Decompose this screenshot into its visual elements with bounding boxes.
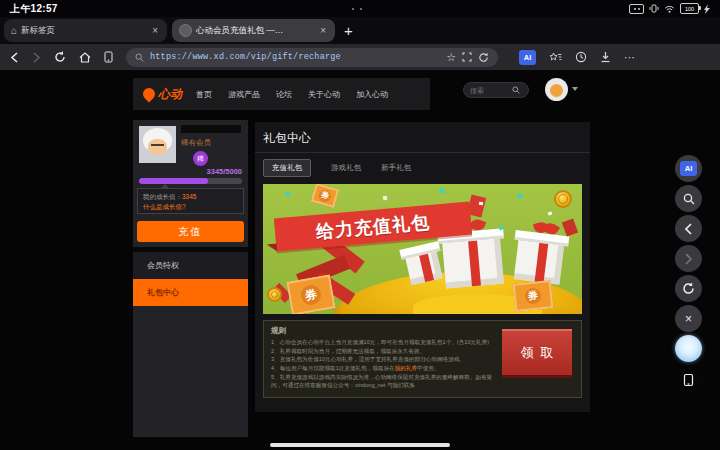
favorites-icon[interactable]	[549, 52, 562, 63]
close-icon[interactable]: ×	[150, 25, 160, 36]
url-text[interactable]: https://www.xd.com/vip/gift/recharge	[150, 52, 440, 62]
close-icon[interactable]: ×	[318, 25, 328, 36]
refresh-float-button[interactable]	[675, 275, 702, 302]
rule-item: 3、充值礼包为价值10元心动礼券，适用于支持礼券充值的部分心动网络游戏。	[271, 355, 499, 364]
close-float-button[interactable]: ×	[675, 305, 702, 332]
chevron-down-icon[interactable]	[572, 87, 578, 91]
nav-item-about[interactable]: 关于心动	[308, 89, 340, 100]
ai-float-button[interactable]: AI	[675, 155, 702, 182]
bookmark-star-icon[interactable]: ☆	[446, 52, 456, 63]
nav-item-join[interactable]: 加入心动	[356, 89, 388, 100]
search-float-button[interactable]	[675, 185, 702, 212]
growth-help-link[interactable]: 什么是成长值?	[143, 202, 238, 212]
coupon-icon: 券	[311, 184, 339, 208]
site-menu: 首页 游戏产品 论坛 关于心动 加入心动	[196, 89, 388, 100]
battery-icon: 100	[680, 3, 699, 14]
tab-strip: ⌂ 新标签页 × 心动会员充值礼包 —… × +	[0, 17, 720, 44]
nav-item-forum[interactable]: 论坛	[276, 89, 292, 100]
more-menu-icon[interactable]: ⋯	[624, 52, 635, 63]
back-float-button[interactable]	[675, 215, 702, 242]
tab-newbie-gifts[interactable]: 新手礼包	[381, 163, 411, 173]
assistant-ball-button[interactable]	[675, 335, 702, 362]
user-avatar[interactable]	[545, 78, 568, 101]
gift-tabs: 充值礼包 游戏礼包 新手礼包	[263, 159, 411, 177]
confetti	[516, 193, 522, 199]
xd-logo[interactable]: 心动	[143, 86, 182, 103]
banner-illustration[interactable]: 券 券 券 给力充值礼包	[263, 184, 582, 314]
rule-item: 5、礼券充值游戏以游戏内实际情况为准，心动网络保留对充值礼券的最终解释权。如有疑…	[271, 373, 499, 390]
search-icon	[135, 53, 144, 62]
nav-item-home[interactable]: 首页	[196, 89, 212, 100]
ai-icon: AI	[680, 161, 697, 176]
gift-box-icon	[514, 239, 565, 284]
rule-item: 4、每位用户每月仅能领取1次充值礼包，领取后在我的礼券中使用。	[271, 364, 499, 373]
site-search-icon[interactable]	[512, 86, 520, 94]
growth-progress-bar	[139, 178, 242, 184]
tab-new-page[interactable]: ⌂ 新标签页 ×	[4, 19, 167, 42]
progress-fill	[139, 178, 208, 184]
tab-title: 心动会员充值礼包 —…	[196, 25, 314, 37]
confetti	[479, 202, 483, 206]
back-icon[interactable]	[10, 52, 19, 63]
gold-coin-icon	[554, 190, 572, 208]
member-level-label: 稀有会员	[181, 138, 211, 148]
url-bar[interactable]: https://www.xd.com/vip/gift/recharge ☆	[126, 48, 498, 67]
webpage-viewport: 心动 首页 游戏产品 论坛 关于心动 加入心动 稀有会员 稀 3345/5000…	[0, 70, 720, 450]
nav-item-products[interactable]: 游戏产品	[228, 89, 260, 100]
tab-game-gifts[interactable]: 游戏礼包	[331, 163, 361, 173]
confetti	[284, 191, 290, 197]
tab-xd-recharge[interactable]: 心动会员充值礼包 —… ×	[172, 19, 335, 42]
claim-button[interactable]: 领取	[502, 329, 572, 375]
reload-icon[interactable]	[54, 51, 66, 63]
xd-logo-icon	[141, 86, 158, 103]
rule-item: 1、心动会员在心动平台上当月充值满10元，即可在当月领取充值礼包1个。(含10元…	[271, 338, 499, 347]
download-icon[interactable]	[600, 51, 611, 63]
tab-title: 新标签页	[21, 25, 146, 37]
gold-coin-icon	[267, 287, 282, 302]
coupon-icon: 券	[513, 280, 554, 312]
home-icon[interactable]	[79, 52, 91, 63]
xd-logo-text: 心动	[158, 86, 182, 103]
new-tab-button[interactable]: +	[344, 22, 353, 39]
growth-value: 3345	[182, 193, 196, 200]
recharge-button[interactable]: 充值	[137, 221, 244, 242]
wifi-icon	[664, 5, 675, 13]
confetti	[438, 188, 445, 195]
confetti	[383, 196, 388, 201]
my-coupons-link[interactable]: 我的礼券	[395, 365, 417, 371]
gift-box-icon	[442, 238, 504, 289]
status-icons: 100	[629, 3, 710, 14]
scan-icon[interactable]	[462, 52, 472, 62]
history-clock-icon[interactable]	[575, 51, 587, 63]
site-favicon-icon	[179, 24, 192, 37]
site-navbar: 心动 首页 游戏产品 论坛 关于心动 加入心动	[133, 78, 430, 110]
sidebar-item-gift-center[interactable]: 礼包中心	[133, 279, 248, 306]
forward-float-button[interactable]	[675, 245, 702, 272]
home-indicator[interactable]	[270, 443, 450, 447]
close-icon: ×	[685, 313, 692, 325]
share-sync-icon[interactable]	[478, 52, 489, 63]
gift-center-panel: 礼包中心 充值礼包 游戏礼包 新手礼包 券 券 券	[255, 122, 590, 412]
sidebar-item-privileges[interactable]: 会员特权	[133, 252, 248, 279]
site-search-input[interactable]	[470, 87, 512, 94]
device-icon[interactable]	[104, 51, 113, 63]
browser-toolbar: https://www.xd.com/vip/gift/recharge ☆ A…	[0, 44, 720, 70]
ribbon-fold	[267, 244, 278, 253]
ai-assistant-icon[interactable]: AI	[519, 50, 536, 65]
rule-item: 2、礼券领取时间为当月，过期将无法领取，领取后永久有效。	[271, 347, 499, 356]
indicator-dots-icon	[352, 8, 362, 10]
device-float-button[interactable]	[674, 365, 703, 394]
forward-icon[interactable]	[32, 52, 41, 63]
member-avatar[interactable]	[139, 126, 176, 163]
toolbar-right-icons: AI ⋯	[519, 50, 635, 65]
charging-icon	[704, 4, 710, 14]
confetti	[548, 211, 553, 215]
member-badge: 稀	[193, 151, 208, 166]
avatar-face-icon	[550, 84, 563, 97]
username-redacted	[181, 125, 241, 133]
tab-recharge-gifts[interactable]: 充值礼包	[263, 159, 311, 177]
floating-toolbar: AI ×	[674, 155, 703, 397]
growth-tooltip: 我的成长值：3345 什么是成长值?	[137, 188, 244, 214]
page-title: 礼包中心	[263, 130, 311, 147]
site-search[interactable]	[463, 82, 529, 98]
